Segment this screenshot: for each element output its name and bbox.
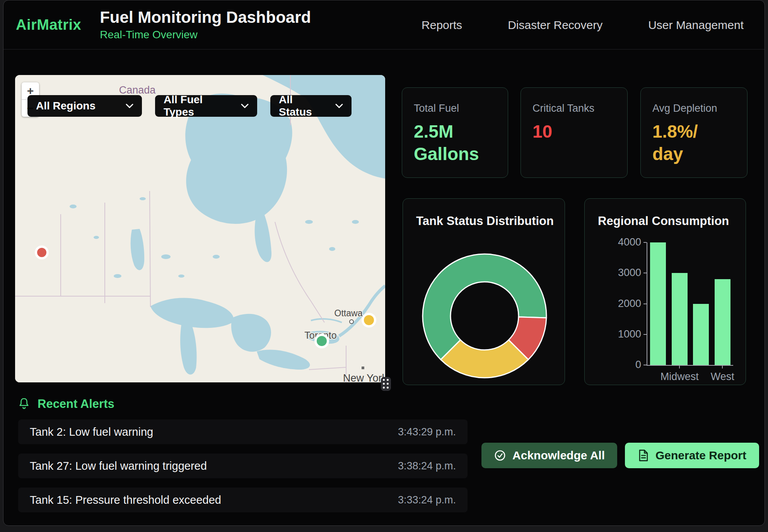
map-resize-grip-icon[interactable] — [381, 377, 391, 391]
alert-timestamp: 3:43:29 p.m. — [398, 426, 456, 438]
alert-row: Tank 15: Pressure threshold exceeded 3:3… — [18, 488, 468, 512]
bar-3[interactable] — [715, 279, 730, 365]
stat-label: Critical Tanks — [532, 102, 616, 114]
stat-value-avg-depletion: 1.8%/ day — [652, 121, 736, 165]
chevron-down-icon — [126, 104, 133, 108]
tank-marker-critical[interactable] — [36, 247, 48, 258]
newyork-city-dot — [362, 367, 364, 369]
x-axis-tick-mark — [722, 365, 723, 368]
tank-status-distribution-card: Tank Status Distribution — [403, 198, 565, 385]
alert-text: Tank 15: Pressure threshold exceeded — [30, 494, 221, 506]
map-small-lake — [213, 255, 220, 259]
y-axis-tick-mark — [643, 273, 647, 273]
y-axis-tick-label: 1000 — [606, 328, 641, 340]
app-header: AirMatrix Fuel Monitoring Dashboard Real… — [3, 0, 765, 49]
page-title: Fuel Monitoring Dashboard — [100, 9, 311, 26]
map-small-lake — [352, 220, 359, 224]
stat-label: Total Fuel — [414, 102, 496, 114]
stat-value-total-fuel: 2.5M Gallons — [414, 121, 496, 165]
stat-card-total-fuel: Total Fuel 2.5M Gallons — [402, 87, 508, 178]
generate-report-label: Generate Report — [655, 449, 746, 462]
region-filter-dropdown[interactable]: All Regions — [27, 95, 142, 117]
check-circle-icon — [494, 449, 506, 462]
map-small-lake — [329, 247, 335, 251]
generate-report-button[interactable]: Generate Report — [625, 443, 759, 468]
y-axis-tick-label: 0 — [606, 359, 641, 371]
map-small-lake — [305, 220, 313, 224]
recent-alerts-title: Recent Alerts — [38, 397, 114, 411]
alert-text: Tank 27: Low fuel warning triggered — [30, 460, 207, 472]
chart-title: Regional Consumption — [598, 214, 729, 228]
map-canvas[interactable]: Canada Ottawa Toronto New York — [15, 75, 385, 382]
status-filter-value: All Status — [279, 94, 328, 118]
stat-label: Avg Depletion — [652, 102, 736, 114]
bar-0[interactable] — [650, 242, 666, 365]
brand-logo: AirMatrix — [16, 17, 81, 33]
map-small-lake — [70, 205, 77, 208]
status-filter-dropdown[interactable]: All Status — [270, 95, 352, 117]
bar-1[interactable] — [672, 273, 688, 365]
nav-item-reports[interactable]: Reports — [422, 19, 462, 32]
map-small-lake — [140, 197, 146, 200]
nav-item-user-management[interactable]: User Management — [648, 19, 744, 32]
map-small-lake — [94, 236, 99, 239]
alert-text: Tank 2: Low fuel warning — [30, 426, 153, 438]
acknowledge-all-label: Acknowledge All — [512, 449, 605, 462]
dashboard-page: AirMatrix Fuel Monitoring Dashboard Real… — [0, 0, 768, 532]
y-axis-tick-label: 2000 — [606, 298, 641, 310]
regional-consumption-card: Regional Consumption 01000200030004000Mi… — [584, 198, 746, 385]
bell-icon — [18, 397, 30, 411]
stat-card-avg-depletion: Avg Depletion 1.8%/ day — [640, 87, 748, 178]
stat-card-critical-tanks: Critical Tanks 10 — [521, 87, 628, 178]
fuel-type-filter-value: All Fuel Types — [164, 94, 234, 118]
y-axis-tick-mark — [643, 334, 647, 335]
y-axis-tick-label: 4000 — [606, 236, 641, 248]
main-nav: Reports Disaster Recovery User Managemen… — [422, 0, 744, 49]
chevron-down-icon — [241, 104, 249, 108]
map-label-ottawa: Ottawa — [335, 308, 363, 318]
map-label-canada: Canada — [119, 84, 156, 96]
page-subtitle: Real-Time Overview — [100, 29, 311, 41]
fuel-type-filter-dropdown[interactable]: All Fuel Types — [155, 95, 257, 117]
map-small-lake — [178, 275, 184, 278]
map-filters: All Regions All Fuel Types All Status — [27, 95, 352, 117]
regional-consumption-bar-chart[interactable]: 01000200030004000MidwestWest — [647, 242, 733, 366]
alert-row: Tank 27: Low fuel warning triggered 3:38… — [18, 454, 468, 478]
document-icon — [638, 449, 649, 462]
alert-timestamp: 3:33:24 p.m. — [398, 494, 456, 506]
y-axis-tick-mark — [643, 242, 647, 243]
chevron-down-icon — [335, 104, 343, 108]
x-axis-tick-mark — [679, 365, 680, 368]
bar-2[interactable] — [693, 304, 709, 365]
map-small-lake — [114, 274, 121, 278]
tank-status-donut-chart[interactable] — [403, 199, 565, 385]
x-axis-tick-label: West — [691, 371, 746, 383]
fuel-map[interactable]: Canada Ottawa Toronto New York + − All R… — [15, 75, 385, 382]
ottawa-city-dot — [350, 320, 353, 324]
stat-value-critical-tanks: 10 — [532, 121, 616, 143]
y-axis-tick-mark — [643, 304, 647, 304]
map-label-newyork: New York — [343, 372, 385, 382]
nav-item-disaster-recovery[interactable]: Disaster Recovery — [508, 19, 602, 32]
recent-alerts-header: Recent Alerts — [18, 397, 114, 411]
dashboard-container: AirMatrix Fuel Monitoring Dashboard Real… — [3, 0, 765, 526]
tank-marker-warning[interactable] — [363, 314, 375, 326]
region-filter-value: All Regions — [36, 100, 96, 112]
tank-marker-normal[interactable] — [316, 335, 328, 347]
alert-timestamp: 3:38:24 p.m. — [398, 460, 456, 472]
alert-row: Tank 2: Low fuel warning 3:43:29 p.m. — [18, 419, 468, 444]
acknowledge-all-button[interactable]: Acknowledge All — [481, 443, 617, 468]
y-axis-tick-label: 3000 — [606, 267, 641, 279]
y-axis-tick-mark — [643, 365, 647, 365]
map-small-lake — [161, 254, 171, 259]
title-block: Fuel Monitoring Dashboard Real-Time Over… — [100, 9, 311, 41]
